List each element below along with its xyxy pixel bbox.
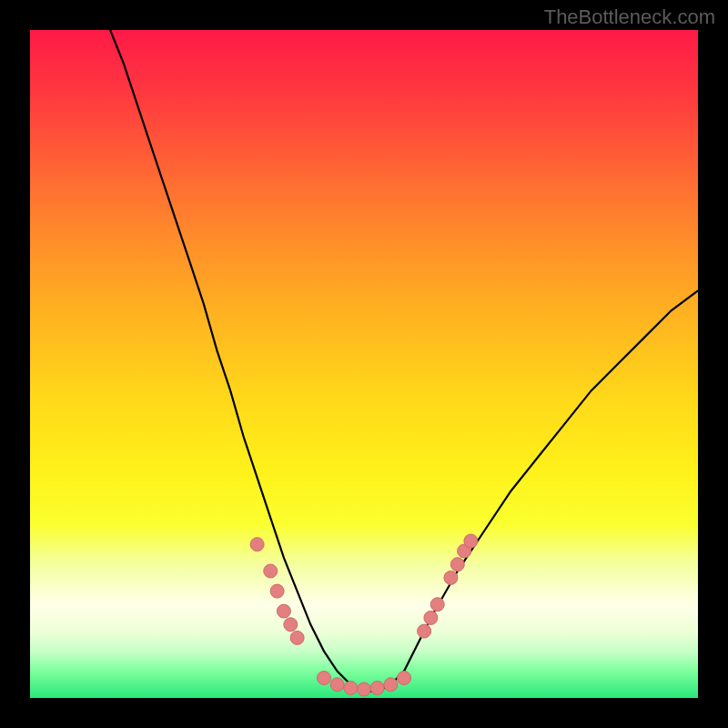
curve-marker: [250, 538, 264, 551]
curve-marker: [277, 604, 290, 618]
curve-marker: [430, 598, 444, 612]
curve-marker: [264, 564, 278, 578]
curve-marker: [318, 672, 331, 685]
curve-marker: [418, 624, 431, 638]
bottleneck-curve: [110, 30, 698, 692]
curve-marker: [384, 678, 398, 692]
curve-svg: [30, 30, 698, 698]
curve-marker: [330, 678, 344, 692]
plot-area: [30, 30, 698, 698]
curve-marker: [270, 584, 284, 598]
curve-marker: [358, 682, 371, 696]
watermark-text: TheBottleneck.com: [544, 5, 715, 29]
curve-marker: [344, 682, 358, 695]
curve-marker: [464, 534, 478, 548]
curve-marker: [284, 618, 298, 632]
chart-frame: TheBottleneck.com: [0, 0, 728, 728]
curve-marker: [444, 571, 458, 584]
curve-marker: [398, 672, 411, 685]
curve-marker: [424, 611, 438, 624]
curve-marker: [450, 558, 464, 571]
curve-marker: [370, 682, 384, 695]
curve-marker: [290, 631, 304, 644]
